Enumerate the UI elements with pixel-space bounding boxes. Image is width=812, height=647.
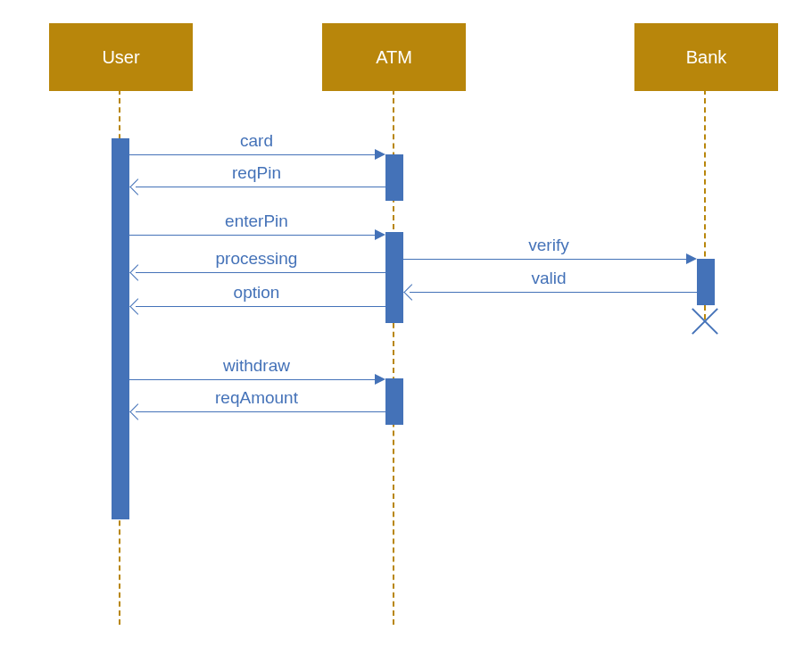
lifeline-user-label: User (102, 47, 139, 68)
message-card-line (128, 154, 377, 155)
message-valid-line (410, 292, 697, 293)
activation-user (112, 138, 129, 519)
message-card-label: card (129, 131, 384, 151)
lifeline-bank-label: Bank (686, 47, 727, 68)
message-reqpin-label: reqPin (129, 163, 384, 183)
message-withdraw-label: withdraw (129, 356, 384, 376)
message-reqamount-line (136, 411, 385, 412)
message-valid-label: valid (402, 269, 695, 288)
message-processing-line (136, 272, 385, 273)
message-option-label: option (129, 283, 384, 303)
message-reqamount-label: reqAmount (129, 388, 384, 408)
message-processing-label: processing (129, 249, 384, 269)
lifeline-atm-head: ATM (322, 23, 466, 91)
destroy-bank-x-icon (687, 303, 723, 339)
message-withdraw-line (128, 379, 377, 380)
activation-atm-2 (385, 232, 403, 323)
lifeline-user-head: User (49, 23, 193, 91)
message-option-line (136, 306, 385, 307)
activation-bank (697, 259, 715, 305)
activation-atm-3 (385, 378, 403, 425)
message-verify-label: verify (402, 236, 695, 255)
message-reqpin-line (136, 187, 385, 187)
message-enterpin-line (128, 235, 377, 236)
lifeline-bank-head: Bank (634, 23, 778, 91)
message-enterpin-label: enterPin (129, 212, 384, 231)
activation-atm-1 (385, 154, 403, 201)
message-verify-line (402, 259, 688, 260)
lifeline-atm-label: ATM (376, 47, 412, 68)
